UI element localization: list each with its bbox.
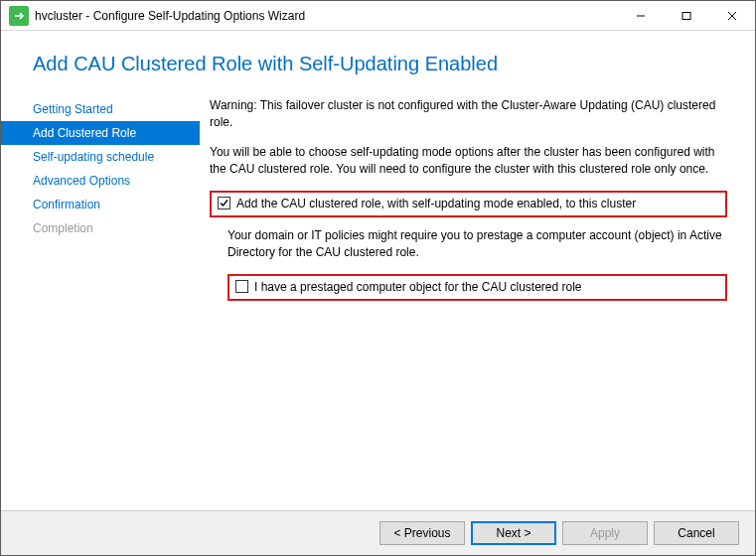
titlebar: hvcluster - Configure Self-Updating Opti… (1, 1, 755, 31)
page-title: Add CAU Clustered Role with Self-Updatin… (33, 53, 755, 75)
step-completion: Completion (1, 216, 200, 240)
footer: < Previous Next > Apply Cancel (1, 510, 755, 555)
content-area: Add CAU Clustered Role with Self-Updatin… (1, 31, 755, 555)
svg-rect-1 (682, 12, 690, 19)
warning-text: Warning: This failover cluster is not co… (210, 97, 727, 132)
window-controls (618, 1, 755, 30)
add-role-label: Add the CAU clustered role, with self-up… (236, 196, 636, 212)
step-confirmation[interactable]: Confirmation (1, 193, 200, 216)
maximize-button[interactable] (664, 1, 709, 30)
main-panel: Warning: This failover cluster is not co… (200, 83, 735, 510)
wizard-window: hvcluster - Configure Self-Updating Opti… (0, 0, 756, 556)
app-icon (9, 6, 29, 26)
step-advanced-options[interactable]: Advanced Options (1, 169, 200, 193)
prestage-description: Your domain or IT policies might require… (227, 227, 727, 262)
add-role-option: Add the CAU clustered role, with self-up… (210, 191, 727, 217)
close-button[interactable] (709, 1, 755, 30)
body: Getting Started Add Clustered Role Self-… (1, 83, 755, 510)
wizard-steps: Getting Started Add Clustered Role Self-… (1, 83, 200, 510)
add-role-checkbox[interactable] (218, 197, 230, 209)
prestage-checkbox[interactable] (235, 280, 248, 293)
prestage-option: I have a prestaged computer object for t… (227, 274, 727, 301)
cancel-button[interactable]: Cancel (654, 521, 739, 545)
previous-button[interactable]: < Previous (379, 521, 465, 545)
step-self-updating-schedule[interactable]: Self-updating schedule (1, 145, 200, 169)
window-title: hvcluster - Configure Self-Updating Opti… (35, 9, 618, 23)
step-add-clustered-role[interactable]: Add Clustered Role (1, 121, 200, 145)
prestage-label: I have a prestaged computer object for t… (254, 279, 582, 296)
minimize-button[interactable] (618, 1, 664, 30)
step-getting-started[interactable]: Getting Started (1, 97, 200, 121)
apply-button: Apply (562, 521, 648, 545)
description-text: You will be able to choose self-updating… (210, 144, 727, 179)
next-button[interactable]: Next > (471, 521, 556, 545)
